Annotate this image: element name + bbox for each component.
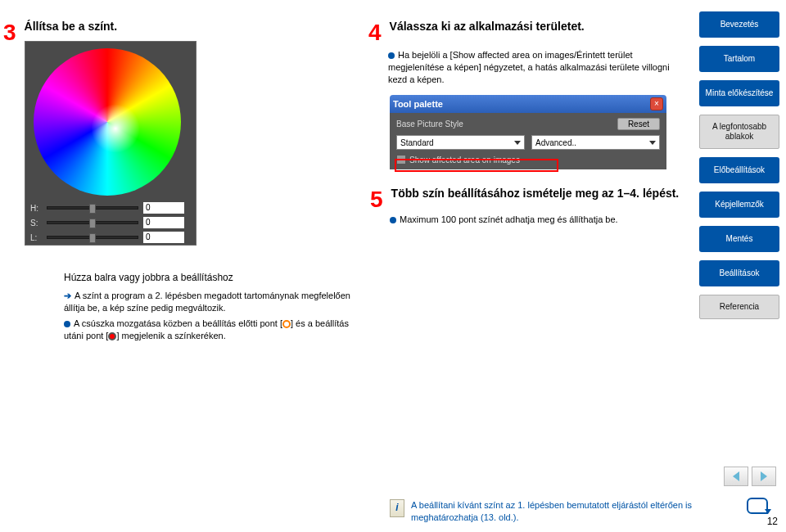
tool-palette: Tool palette × Base Picture Style Reset … <box>390 95 666 169</box>
sidebar-item-toc[interactable]: Tartalom <box>699 46 779 72</box>
page-nav <box>724 467 776 486</box>
info-icon <box>390 499 404 517</box>
base-style-label: Base Picture Style <box>396 119 463 128</box>
lum-row: L: 0 <box>30 232 191 243</box>
show-affected-checkbox[interactable] <box>396 155 406 165</box>
tip-box: A beállítani kívánt színt az 1. lépésben… <box>390 499 693 524</box>
tip-text: A beállítani kívánt színt az 1. lépésben… <box>411 499 693 524</box>
hue-row: H: 0 <box>30 202 191 214</box>
reset-button[interactable]: Reset <box>617 118 660 130</box>
page-link[interactable]: (13. old.) <box>481 512 516 522</box>
bullet-dot-icon <box>388 52 395 59</box>
show-affected-row: Show affected area on images <box>396 155 660 165</box>
slider-note: Húzza balra vagy jobbra a beállításhoz ➔… <box>64 272 359 341</box>
chevron-down-icon <box>514 141 521 145</box>
step4-body: Ha bejelöli a [Show affected area on ima… <box>388 49 671 86</box>
sat-label: S: <box>30 219 42 228</box>
chevron-down-icon <box>649 141 656 145</box>
chevron-right-icon <box>761 471 767 481</box>
close-icon[interactable]: × <box>650 97 663 110</box>
slider-note-line2: A csúszka mozgatása közben a beállítás e… <box>64 318 359 342</box>
return-icon[interactable] <box>747 498 768 514</box>
bullet-dot-icon <box>390 217 396 223</box>
sidebar-item-intro[interactable]: Bevezetés <box>699 11 779 38</box>
hue-value[interactable]: 0 <box>143 202 184 214</box>
next-page-button[interactable] <box>752 467 776 486</box>
sidebar: Bevezetés Tartalom Minta előkészítése A … <box>699 11 779 319</box>
bullet-dot-icon <box>64 321 70 327</box>
lum-slider[interactable] <box>47 236 138 239</box>
step4-title: Válassza ki az alkalmazási területet. <box>390 20 585 33</box>
step4-text: Ha bejelöli a [Show affected area on ima… <box>388 50 670 84</box>
base-style-select[interactable]: Standard <box>396 135 525 150</box>
tool-palette-titlebar: Tool palette × <box>390 95 666 113</box>
lum-label: L: <box>30 233 42 242</box>
sidebar-item-sample[interactable]: Minta előkészítése <box>699 80 779 106</box>
sidebar-item-windows[interactable]: A legfontosabb ablakok <box>699 115 779 149</box>
marker-before-icon <box>282 320 291 328</box>
step5-number: 5 <box>370 187 383 213</box>
step4-number: 4 <box>368 20 382 46</box>
sidebar-item-presets[interactable]: Előbeállítások <box>699 157 779 183</box>
step5-title: Több szín beállításához ismételje meg az… <box>391 187 680 200</box>
marker-after-icon <box>108 332 116 340</box>
slider-note-line1: ➔A színt a program a 2. lépésben megadot… <box>64 290 359 314</box>
slider-note-title: Húzza balra vagy jobbra a beállításhoz <box>64 272 359 283</box>
color-wheel-panel: H: 0 S: 0 L: 0 <box>25 41 196 246</box>
sat-value[interactable]: 0 <box>143 217 184 228</box>
hue-label: H: <box>30 204 42 213</box>
prev-page-button[interactable] <box>724 467 748 486</box>
lum-value[interactable]: 0 <box>143 232 184 243</box>
page-number: 12 <box>767 516 778 527</box>
hsl-sliders: H: 0 S: 0 L: 0 <box>30 202 191 246</box>
sidebar-item-settings[interactable]: Beállítások <box>699 260 779 286</box>
color-wheel-center <box>91 104 140 153</box>
base-style-value: Standard <box>400 138 434 147</box>
sat-row: S: 0 <box>30 217 191 228</box>
arrow-right-icon: ➔ <box>64 290 71 302</box>
sidebar-item-ref[interactable]: Referencia <box>699 295 779 319</box>
show-affected-label: Show affected area on images <box>409 156 520 165</box>
step3-title: Állítsa be a színt. <box>25 20 118 33</box>
step-5: 5 Több szín beállításához ismételje meg … <box>370 187 681 224</box>
tool-palette-title: Tool palette <box>393 99 443 109</box>
chevron-left-icon <box>733 471 739 481</box>
step3-number: 3 <box>3 20 16 46</box>
hue-slider[interactable] <box>47 206 138 210</box>
sidebar-item-chars[interactable]: Képjellemzők <box>699 192 779 218</box>
step5-body: Maximum 100 pont színét adhatja meg és á… <box>390 214 681 224</box>
advanced-value: Advanced.. <box>535 138 576 147</box>
sidebar-item-save[interactable]: Mentés <box>699 226 779 252</box>
step5-text: Maximum 100 pont színét adhatja meg és á… <box>400 214 618 224</box>
advanced-select[interactable]: Advanced.. <box>531 135 660 150</box>
color-wheel[interactable] <box>34 48 181 196</box>
step-4: 4 Válassza ki az alkalmazási területet. … <box>368 20 671 86</box>
sat-slider[interactable] <box>47 221 138 224</box>
